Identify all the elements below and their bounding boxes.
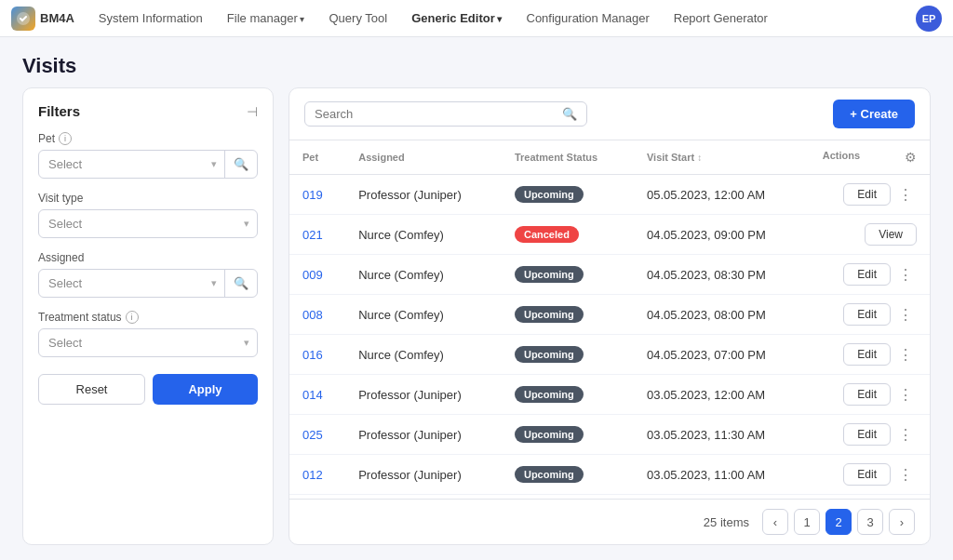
- pet-link[interactable]: 025: [302, 428, 323, 442]
- status-badge: Upcoming: [515, 306, 584, 323]
- col-visit-start[interactable]: Visit Start ↕: [634, 140, 810, 175]
- filters-header: Filters ⊣: [38, 103, 258, 119]
- cell-actions: Edit ⋮: [810, 335, 930, 375]
- table-row: 012 Professor (Juniper) Upcoming 03.05.2…: [289, 455, 930, 495]
- row-actions: Edit ⋮: [823, 423, 917, 446]
- cell-pet: 016: [289, 335, 345, 375]
- user-avatar[interactable]: EP: [916, 6, 942, 32]
- reset-button[interactable]: Reset: [38, 374, 145, 405]
- cell-visit-start: 04.05.2023, 08:00 PM: [634, 295, 810, 335]
- pet-link[interactable]: 012: [302, 468, 323, 482]
- cell-pet: 009: [289, 255, 345, 295]
- pagination-prev-button[interactable]: ‹: [762, 509, 788, 535]
- pet-link[interactable]: 014: [302, 388, 323, 402]
- sort-icon: ↕: [697, 153, 702, 163]
- nav-file-manager[interactable]: File manager: [218, 7, 315, 29]
- page-body: Filters ⊣ Pet i Select ▾ 🔍 Vi: [0, 87, 953, 560]
- page-title: Visits: [22, 54, 931, 78]
- pagination-page-3[interactable]: 3: [857, 509, 883, 535]
- cell-actions: Edit ⋮: [810, 415, 930, 455]
- assigned-search-button[interactable]: 🔍: [224, 270, 257, 297]
- pagination-page-1[interactable]: 1: [794, 509, 820, 535]
- columns-settings-button[interactable]: ⚙: [905, 150, 917, 165]
- row-actions: Edit ⋮: [823, 263, 917, 286]
- col-status: Treatment Status: [502, 140, 634, 175]
- cell-assigned: Professor (Juniper): [345, 175, 502, 215]
- cell-actions: View: [810, 215, 930, 255]
- pet-search-button[interactable]: 🔍: [224, 151, 257, 178]
- filter-treatment-status-select[interactable]: Select: [39, 329, 236, 356]
- cell-status: Upcoming: [502, 255, 634, 295]
- edit-button[interactable]: Edit: [843, 423, 891, 446]
- treatment-status-chevron: ▾: [236, 337, 257, 349]
- pagination-count: 25 items: [704, 515, 749, 529]
- edit-button[interactable]: Edit: [843, 463, 891, 486]
- cell-actions: Edit ⋮: [810, 175, 930, 215]
- row-more-button[interactable]: ⋮: [894, 464, 917, 486]
- row-more-button[interactable]: ⋮: [894, 184, 917, 206]
- row-actions: Edit ⋮: [823, 463, 917, 486]
- cell-status: Upcoming: [502, 375, 634, 415]
- status-badge: Canceled: [515, 226, 579, 243]
- filter-treatment-status-select-wrap: Select ▾: [38, 328, 258, 357]
- view-button[interactable]: View: [865, 223, 917, 246]
- filter-pet-select[interactable]: Select: [39, 151, 204, 178]
- filter-pet-group: Pet i Select ▾ 🔍: [38, 132, 258, 179]
- search-input[interactable]: [315, 107, 557, 121]
- create-button[interactable]: + Create: [833, 100, 915, 128]
- visit-type-chevron: ▾: [236, 218, 257, 230]
- edit-button[interactable]: Edit: [843, 183, 891, 206]
- edit-button[interactable]: Edit: [843, 263, 891, 286]
- pet-link[interactable]: 008: [302, 308, 323, 322]
- search-button[interactable]: 🔍: [562, 107, 577, 121]
- nav-report-generator[interactable]: Report Generator: [664, 7, 777, 29]
- collapse-filters-button[interactable]: ⊣: [247, 104, 258, 119]
- cell-visit-start: 03.05.2023, 11:30 AM: [634, 415, 810, 455]
- row-more-button[interactable]: ⋮: [894, 304, 917, 326]
- row-more-button[interactable]: ⋮: [894, 424, 917, 446]
- cell-visit-start: 05.05.2023, 12:00 AM: [634, 175, 810, 215]
- pagination-page-2[interactable]: 2: [825, 509, 852, 535]
- pet-info-icon[interactable]: i: [59, 132, 72, 145]
- filter-visit-type-select[interactable]: Select: [39, 210, 236, 237]
- status-badge: Upcoming: [515, 386, 584, 403]
- edit-button[interactable]: Edit: [843, 303, 891, 326]
- table-toolbar: 🔍 + Create: [289, 88, 930, 140]
- nav-configuration-manager[interactable]: Configuration Manager: [517, 7, 659, 29]
- filter-assigned-select-wrap: Select ▾ 🔍: [38, 269, 258, 298]
- row-more-button[interactable]: ⋮: [894, 384, 917, 406]
- table-row: 019 Professor (Juniper) Upcoming 05.05.2…: [289, 175, 930, 215]
- filter-assigned-select[interactable]: Select: [39, 270, 204, 297]
- edit-button[interactable]: Edit: [843, 343, 891, 366]
- nav-system-information[interactable]: System Information: [89, 7, 212, 29]
- cell-visit-start: 04.05.2023, 09:00 PM: [634, 215, 810, 255]
- pet-link[interactable]: 016: [302, 348, 323, 362]
- nav-query-tool[interactable]: Query Tool: [320, 7, 397, 29]
- pagination-next-button[interactable]: ›: [889, 509, 915, 535]
- table-row: 021 Nurce (Comfey) Canceled 04.05.2023, …: [289, 215, 930, 255]
- filter-treatment-status-group: Treatment status i Select ▾: [38, 311, 258, 357]
- page: Visits Filters ⊣ Pet i Select ▾ 🔍: [0, 37, 953, 560]
- nav-generic-editor[interactable]: Generic Editor: [402, 7, 511, 29]
- filter-actions: Reset Apply: [38, 374, 258, 405]
- cell-pet: 025: [289, 415, 345, 455]
- cell-actions: Edit ⋮: [810, 375, 930, 415]
- cell-actions: Edit ⋮: [810, 295, 930, 335]
- pet-link[interactable]: 021: [302, 228, 323, 242]
- table-row: 025 Professor (Juniper) Upcoming 03.05.2…: [289, 415, 930, 455]
- filter-pet-label: Pet i: [38, 132, 258, 145]
- edit-button[interactable]: Edit: [843, 383, 891, 406]
- cell-assigned: Professor (Juniper): [345, 375, 502, 415]
- col-actions: Actions ⚙: [810, 140, 930, 175]
- treatment-status-info-icon[interactable]: i: [126, 311, 139, 324]
- pet-link[interactable]: 019: [302, 188, 323, 202]
- pet-link[interactable]: 009: [302, 268, 323, 282]
- row-more-button[interactable]: ⋮: [894, 264, 917, 286]
- row-more-button[interactable]: ⋮: [894, 344, 917, 366]
- search-wrap: 🔍: [304, 101, 587, 127]
- cell-pet: 008: [289, 295, 345, 335]
- status-badge: Upcoming: [515, 466, 584, 483]
- app-logo[interactable]: BM4A: [11, 7, 74, 31]
- filter-visit-type-group: Visit type Select ▾: [38, 192, 258, 238]
- apply-button[interactable]: Apply: [153, 374, 258, 405]
